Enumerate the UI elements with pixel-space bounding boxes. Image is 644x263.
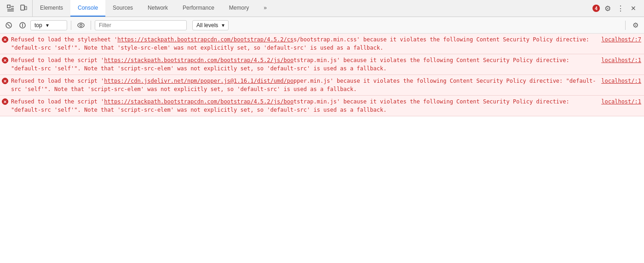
tab-more[interactable]: » [256, 0, 274, 17]
svg-line-8 [7, 24, 10, 27]
settings-icon[interactable]: ⚙ [603, 3, 613, 13]
console-messages: ✕ Refused to load the stylesheet 'https:… [0, 34, 644, 263]
error-badge: 4 [592, 5, 600, 12]
entry-link[interactable]: https://stackpath.bootstrapcdn.com/boots… [104, 98, 293, 105]
entry-message: Refused to load the stylesheet 'https://… [11, 35, 597, 52]
console-entry: ✕ Refused to load the script 'https://st… [0, 54, 644, 75]
entry-location[interactable]: localhost/:1 [601, 56, 641, 64]
tab-memory[interactable]: Memory [222, 0, 256, 17]
entry-location[interactable]: localhost/:7 [601, 35, 641, 44]
svg-rect-6 [25, 6, 27, 10]
entry-location[interactable]: localhost/:1 [601, 97, 641, 106]
entry-message: Refused to load the script 'https://stac… [11, 97, 597, 114]
chevron-down-icon: ▾ [46, 22, 49, 29]
svg-point-12 [80, 24, 82, 26]
error-count-badge: 4 [592, 5, 600, 12]
device-toggle-icon[interactable] [18, 3, 29, 13]
console-entry: ✕ Refused to load the stylesheet 'https:… [0, 34, 644, 54]
svg-point-11 [78, 23, 84, 28]
svg-text:✕: ✕ [3, 38, 7, 42]
inspect-icon[interactable] [6, 3, 16, 13]
entry-link[interactable]: https://stackpath.bootstrapcdn.com/boots… [117, 36, 293, 43]
svg-rect-5 [21, 5, 24, 10]
context-selector[interactable]: top ▾ [30, 20, 67, 30]
toggle-eye-button[interactable] [75, 19, 87, 31]
filter-input[interactable] [95, 20, 187, 30]
error-icon: ✕ [2, 57, 8, 66]
entry-message: Refused to load the script 'https://cdn.… [11, 77, 597, 93]
clear-console-button[interactable] [3, 19, 15, 31]
tab-network[interactable]: Network [140, 0, 175, 17]
tab-right-actions: 4 ⚙ ⋮ ✕ [589, 0, 642, 17]
console-settings-button[interactable]: ⚙ [629, 19, 641, 31]
close-devtools-icon[interactable]: ✕ [628, 3, 638, 13]
svg-text:✕: ✕ [3, 58, 7, 63]
stop-log-button[interactable] [17, 19, 29, 31]
entry-link[interactable]: https://stackpath.bootstrapcdn.com/boots… [104, 57, 293, 63]
toolbar-divider-1 [71, 21, 71, 30]
svg-text:✕: ✕ [3, 100, 7, 104]
svg-rect-0 [7, 5, 10, 8]
toolbar-divider-3 [625, 21, 626, 30]
entry-message: Refused to load the script 'https://stac… [11, 56, 597, 73]
devtools-icons [2, 0, 33, 17]
tab-bar: Elements Console Sources Network Perform… [0, 0, 644, 17]
svg-text:✕: ✕ [3, 79, 7, 84]
entry-link[interactable]: https://cdn.jsdelivr.net/npm/popper.js@1… [104, 78, 293, 84]
tab-list: Elements Console Sources Network Perform… [33, 0, 589, 17]
console-entry: ✕ Refused to load the script 'https://st… [0, 96, 644, 116]
tab-console[interactable]: Console [70, 0, 105, 17]
chevron-down-icon: ▾ [222, 22, 224, 29]
entry-location[interactable]: localhost/:1 [601, 77, 641, 85]
tab-sources[interactable]: Sources [105, 0, 140, 17]
error-icon: ✕ [2, 36, 8, 45]
tab-performance[interactable]: Performance [175, 0, 222, 17]
console-toolbar: top ▾ All levels ▾ ⚙ [0, 17, 644, 34]
toolbar-divider-2 [91, 21, 91, 30]
error-icon: ✕ [2, 78, 8, 86]
levels-selector[interactable]: All levels ▾ [192, 20, 229, 30]
more-options-icon[interactable]: ⋮ [615, 3, 626, 13]
console-entry: ✕ Refused to load the script 'https://cd… [0, 75, 644, 96]
tab-elements[interactable]: Elements [33, 0, 70, 17]
error-icon: ✕ [2, 98, 8, 107]
